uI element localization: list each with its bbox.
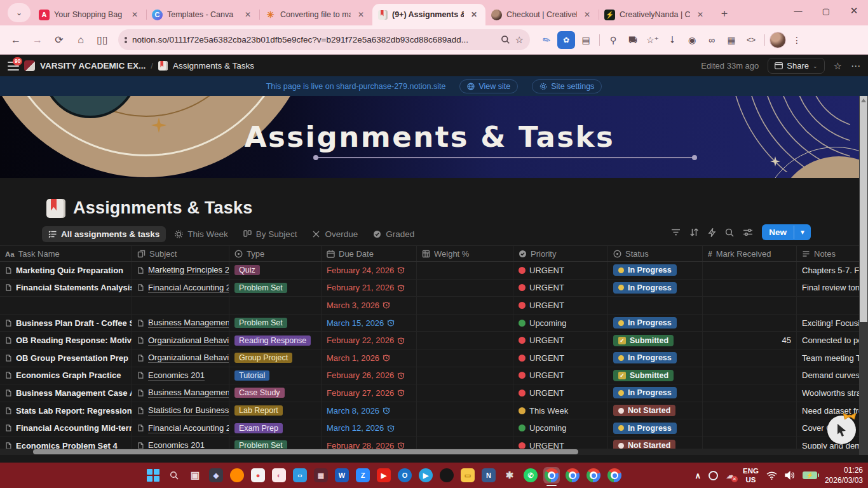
tab-close-icon[interactable]: ✕ bbox=[581, 9, 593, 20]
cell-subject[interactable] bbox=[132, 297, 229, 314]
cell-notes[interactable] bbox=[797, 297, 868, 314]
column-header-weight-[interactable]: Weight % bbox=[417, 246, 513, 261]
zoom-page-icon[interactable] bbox=[501, 35, 510, 44]
cell-due-date[interactable]: February 28, 2026 bbox=[322, 437, 417, 449]
cell-subject[interactable]: Business Management 201 bbox=[132, 315, 229, 332]
cell-status[interactable]: ✓Submitted bbox=[608, 332, 703, 349]
cell-type[interactable]: Problem Set bbox=[229, 437, 322, 449]
taskbar-file-explorer[interactable]: ▭ bbox=[459, 467, 476, 484]
cell-priority[interactable]: Upcoming bbox=[513, 315, 608, 332]
cell-mark-received[interactable] bbox=[703, 349, 797, 367]
sidebar-toggle-icon[interactable]: 90 bbox=[8, 62, 19, 71]
cell-due-date[interactable]: March 1, 2026 bbox=[322, 349, 417, 367]
tab-close-icon[interactable]: ✕ bbox=[695, 9, 706, 20]
cell-task-name[interactable]: Stats Lab Report: Regression Analysis bbox=[0, 402, 132, 419]
pen-extension-icon[interactable]: ✎ bbox=[534, 27, 559, 52]
browser-tab-2[interactable]: ✳ Converting file to ma ✕ bbox=[259, 4, 372, 25]
cell-type[interactable]: Reading Response bbox=[229, 332, 322, 349]
devtools-code-icon[interactable]: <> bbox=[742, 31, 760, 49]
tab-close-icon[interactable]: ✕ bbox=[242, 9, 254, 20]
back-icon[interactable]: ← bbox=[6, 30, 25, 50]
taskbar-github[interactable] bbox=[438, 467, 455, 484]
column-header-mark-received[interactable]: # Mark Received bbox=[703, 246, 797, 261]
cell-priority[interactable]: URGENT bbox=[513, 280, 608, 297]
clock[interactable]: 01:26 2026/03/03 bbox=[825, 465, 863, 485]
cell-weight[interactable] bbox=[417, 297, 513, 314]
browser-tab-0[interactable]: A Your Shopping Bag ✕ bbox=[33, 4, 146, 25]
cell-weight[interactable] bbox=[417, 367, 513, 384]
cell-type[interactable] bbox=[229, 297, 322, 314]
taskbar-vscode[interactable]: ‹› bbox=[292, 467, 308, 484]
cell-priority[interactable]: URGENT bbox=[513, 332, 608, 349]
taskbar-chrome-4[interactable] bbox=[606, 467, 623, 484]
cell-status[interactable]: In Progress bbox=[608, 349, 703, 367]
cell-subject[interactable]: Marketing Principles 203 bbox=[132, 262, 229, 279]
cell-priority[interactable]: This Week bbox=[513, 402, 608, 419]
cell-due-date[interactable]: February 22, 2026 bbox=[322, 332, 417, 349]
cell-type[interactable]: Problem Set bbox=[229, 315, 322, 332]
tab-close-icon[interactable]: ✕ bbox=[129, 9, 140, 20]
cell-type[interactable]: Group Project bbox=[229, 349, 322, 367]
taskbar-chrome-2[interactable] bbox=[564, 467, 581, 484]
minimize-button[interactable]: — bbox=[784, 0, 812, 22]
cell-task-name[interactable]: Financial Statements Analysis Assignme bbox=[0, 280, 132, 297]
cell-due-date[interactable]: February 21, 2026 bbox=[322, 280, 417, 297]
cell-subject[interactable]: Economics 201 bbox=[132, 437, 229, 449]
cell-task-name[interactable]: Marketing Quiz Preparation bbox=[0, 262, 132, 279]
reading-table-icon[interactable]: ▦ bbox=[722, 31, 740, 49]
filter-icon[interactable] bbox=[671, 228, 681, 236]
cell-task-name[interactable]: Economics Problem Set 4 bbox=[0, 437, 132, 449]
taskbar-settings-gear[interactable]: ✱ bbox=[501, 467, 518, 484]
cell-weight[interactable] bbox=[417, 262, 513, 279]
cell-mark-received[interactable] bbox=[703, 280, 797, 297]
workspace-icon[interactable] bbox=[24, 60, 35, 71]
cell-subject[interactable]: Financial Accounting 202 bbox=[132, 419, 229, 437]
profile-avatar[interactable] bbox=[770, 32, 786, 48]
blue-extension-icon[interactable]: ✿ bbox=[557, 31, 575, 49]
cell-status[interactable]: Not Started bbox=[608, 437, 703, 449]
favorite-star-icon[interactable]: ☆ bbox=[834, 60, 842, 72]
wifi-icon[interactable] bbox=[766, 471, 777, 480]
sort-icon[interactable] bbox=[689, 228, 699, 236]
forward-icon[interactable]: → bbox=[28, 30, 47, 50]
taskbar-notepad[interactable]: N bbox=[480, 467, 497, 484]
page-cover[interactable]: Assignments & Tasks bbox=[0, 96, 859, 178]
view-tab-all-assignments-tasks[interactable]: All assignments & tasks bbox=[42, 226, 166, 242]
privacy-extension-icon[interactable]: ⛟ bbox=[624, 31, 642, 49]
taskbar-youtube[interactable]: ▶ bbox=[376, 467, 392, 484]
browser-tab-1[interactable]: C Templates - Canva ✕ bbox=[146, 4, 259, 25]
cell-due-date[interactable]: February 27, 2026 bbox=[322, 384, 417, 402]
taskbar-outlook[interactable]: O bbox=[397, 467, 413, 484]
bookmark-star-icon[interactable]: ☆ bbox=[515, 34, 524, 46]
cell-weight[interactable] bbox=[417, 315, 513, 332]
cell-mark-received[interactable] bbox=[703, 315, 797, 332]
cell-task-name[interactable]: Financial Accounting Mid-term Study bbox=[0, 419, 132, 437]
view-tab-this-week[interactable]: This Week bbox=[168, 226, 234, 242]
cell-subject[interactable]: Statistics for Business bbox=[132, 402, 229, 419]
new-button[interactable]: New ▼ bbox=[762, 224, 811, 240]
cell-due-date[interactable]: February 26, 2026 bbox=[322, 367, 417, 384]
cell-priority[interactable]: URGENT bbox=[513, 262, 608, 279]
cell-due-date[interactable]: February 24, 2026 bbox=[322, 262, 417, 279]
battery-icon[interactable]: ⚡ bbox=[803, 471, 817, 479]
cell-mark-received[interactable] bbox=[703, 419, 797, 437]
screenshot-lens-icon[interactable]: ◉ bbox=[683, 31, 701, 49]
cell-notes[interactable]: Connected to pers bbox=[797, 332, 868, 349]
taskbar-task-view[interactable]: ▣ bbox=[187, 467, 203, 484]
cell-mark-received[interactable] bbox=[703, 402, 797, 419]
new-tab-button[interactable]: ＋ bbox=[715, 4, 733, 22]
cell-status[interactable]: In Progress bbox=[608, 384, 703, 402]
cell-mark-received[interactable] bbox=[703, 297, 797, 314]
taskbar-search[interactable] bbox=[166, 467, 182, 484]
taskbar-app-dark[interactable]: ◆ bbox=[208, 467, 224, 484]
cell-priority[interactable]: URGENT bbox=[513, 367, 608, 384]
column-header-task-name[interactable]: Aa Task Name bbox=[0, 246, 132, 261]
volume-icon[interactable] bbox=[785, 471, 795, 480]
side-panel-icon[interactable]: ▯▯ bbox=[93, 30, 112, 50]
tab-close-icon[interactable]: ✕ bbox=[355, 9, 367, 20]
page-title[interactable]: Assignments & Tasks bbox=[73, 198, 252, 218]
breadcrumb-workspace[interactable]: VARSITY ACADEMIC EX... bbox=[40, 61, 146, 71]
cell-weight[interactable] bbox=[417, 349, 513, 367]
link-copy-icon[interactable]: ∞ bbox=[703, 31, 721, 49]
view-tab-graded[interactable]: Graded bbox=[367, 226, 421, 242]
